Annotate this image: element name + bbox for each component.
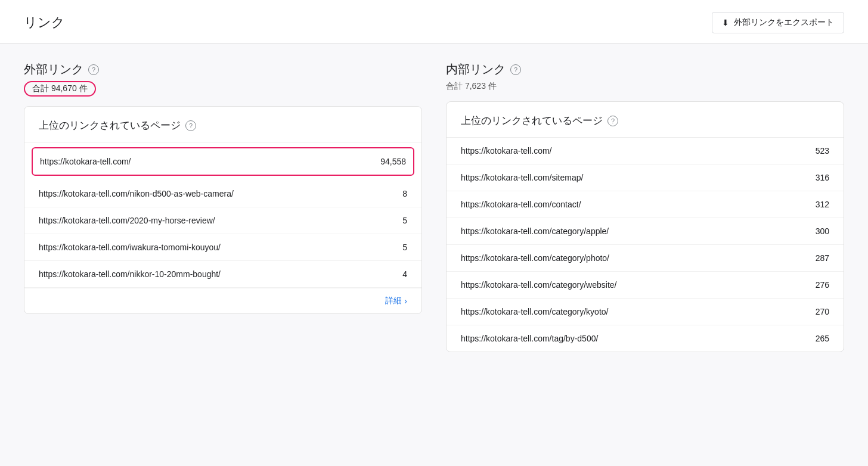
internal-link-url-7[interactable]: https://kotokara-tell.com/tag/by-d500/ [461,334,806,343]
internal-links-count: 合計 7,623 件 [446,81,844,92]
internal-link-row-2: https://kotokara-tell.com/contact/ 312 [447,191,844,218]
internal-link-url-0[interactable]: https://kotokara-tell.com/ [461,146,806,156]
external-links-title: 外部リンク [24,61,83,77]
internal-link-count-5: 276 [816,280,829,290]
external-links-card: 上位のリンクされているページ ? https://kotokara-tell.c… [24,106,422,314]
external-link-count-4: 4 [402,269,407,279]
main-content: 外部リンク ? 合計 94,670 件 上位のリンクされているページ ? htt… [0,44,868,370]
external-links-header: 外部リンク ? [24,61,422,77]
internal-link-url-5[interactable]: https://kotokara-tell.com/category/websi… [461,280,806,290]
internal-links-card: 上位のリンクされているページ ? https://kotokara-tell.c… [446,101,844,352]
internal-link-row-7: https://kotokara-tell.com/tag/by-d500/ 2… [447,325,844,352]
external-link-count-3: 5 [402,243,407,252]
internal-link-url-6[interactable]: https://kotokara-tell.com/category/kyoto… [461,307,806,316]
internal-link-count-2: 312 [816,200,829,209]
internal-links-card-help-icon[interactable]: ? [607,116,618,126]
internal-link-row-5: https://kotokara-tell.com/category/websi… [447,272,844,299]
internal-link-url-1[interactable]: https://kotokara-tell.com/sitemap/ [461,173,806,182]
external-link-row-2: https://kotokara-tell.com/2020-my-horse-… [24,207,421,234]
internal-links-help-icon[interactable]: ? [510,64,521,75]
download-icon: ⬇ [722,18,729,27]
internal-links-header: 内部リンク ? [446,61,844,77]
external-links-card-footer: 詳細 › [24,288,421,313]
details-label: 詳細 [385,296,402,306]
internal-links-card-title: 上位のリンクされているページ [461,114,603,128]
internal-link-count-7: 265 [816,334,829,343]
external-link-row-highlighted: https://kotokara-tell.com/ 94,558 [32,147,414,176]
external-link-row-4: https://kotokara-tell.com/nikkor-10-20mm… [24,261,421,288]
internal-link-url-2[interactable]: https://kotokara-tell.com/contact/ [461,200,806,209]
internal-link-url-3[interactable]: https://kotokara-tell.com/category/apple… [461,226,806,236]
external-links-card-header: 上位のリンクされているページ ? [24,107,421,142]
external-link-count-0: 94,558 [380,157,406,166]
internal-link-row-1: https://kotokara-tell.com/sitemap/ 316 [447,164,844,191]
external-link-row-3: https://kotokara-tell.com/iwakura-tomomi… [24,234,421,261]
internal-links-section: 内部リンク ? 合計 7,623 件 上位のリンクされているページ ? http… [446,61,844,352]
external-link-count-1: 8 [402,189,407,198]
internal-link-row-6: https://kotokara-tell.com/category/kyoto… [447,299,844,325]
export-button-label: 外部リンクをエクスポート [734,17,834,28]
internal-links-title: 内部リンク [446,61,506,77]
chevron-right-icon: › [404,296,407,306]
external-link-url-3[interactable]: https://kotokara-tell.com/iwakura-tomomi… [39,243,393,252]
external-link-count-2: 5 [402,216,407,225]
external-links-card-title: 上位のリンクされているページ [39,119,181,132]
internal-link-row-0: https://kotokara-tell.com/ 523 [447,138,844,164]
internal-link-count-3: 300 [816,226,829,236]
internal-link-url-4[interactable]: https://kotokara-tell.com/category/photo… [461,253,806,263]
internal-link-count-4: 287 [816,253,829,263]
external-links-help-icon[interactable]: ? [88,64,99,75]
page-title: リンク [24,14,65,32]
internal-link-row-3: https://kotokara-tell.com/category/apple… [447,218,844,245]
external-link-url-4[interactable]: https://kotokara-tell.com/nikkor-10-20mm… [39,269,393,279]
internal-link-count-1: 316 [816,173,829,182]
external-link-url-1[interactable]: https://kotokara-tell.com/nikon-d500-as-… [39,189,393,198]
external-link-row-1: https://kotokara-tell.com/nikon-d500-as-… [24,181,421,207]
external-link-url-2[interactable]: https://kotokara-tell.com/2020-my-horse-… [39,216,393,225]
internal-links-card-header: 上位のリンクされているページ ? [447,102,844,138]
export-button[interactable]: ⬇ 外部リンクをエクスポート [712,12,844,33]
external-links-count: 合計 94,670 件 [24,81,96,97]
external-links-section: 外部リンク ? 合計 94,670 件 上位のリンクされているページ ? htt… [24,61,422,352]
page-header: リンク ⬇ 外部リンクをエクスポート [0,0,868,44]
internal-link-row-4: https://kotokara-tell.com/category/photo… [447,245,844,272]
external-link-url-0[interactable]: https://kotokara-tell.com/ [40,157,371,166]
internal-link-count-6: 270 [816,307,829,316]
external-links-card-help-icon[interactable]: ? [185,120,196,131]
external-links-details-link[interactable]: 詳細 › [385,296,407,306]
internal-link-count-0: 523 [816,146,829,156]
